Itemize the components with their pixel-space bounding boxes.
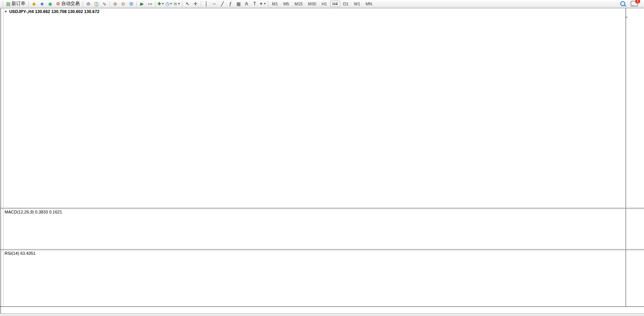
new-order-button-label: 新订单	[11, 0, 25, 7]
fibonacci-icon[interactable]: ƒ	[226, 0, 234, 7]
cursor-icon: ↖	[186, 2, 190, 6]
macd-label: MACD(12,26,9) 0.3833 0.1621	[5, 210, 62, 214]
profiles-icon[interactable]: ◷▼	[165, 0, 173, 7]
signals-icon: ◉	[48, 2, 52, 6]
chart-title: USDJPY-,H4 130.662 130.708 130.602 130.6…	[9, 9, 99, 14]
auto-scroll-icon[interactable]: ▶	[138, 0, 146, 7]
toolbar-separator	[182, 1, 182, 7]
tile-windows-icon: ⊞	[129, 2, 133, 6]
profiles-icon: ◷	[165, 2, 169, 6]
rsi-label: RSI(14) 63.4351	[5, 251, 36, 256]
toolbar-separator	[28, 1, 29, 7]
new-chart-icon: ✚	[157, 2, 161, 6]
new-order-icon: ▤	[6, 1, 10, 7]
chart-shift-icon: ↦	[148, 2, 152, 6]
horizontal-line-icon[interactable]: ─	[210, 0, 218, 7]
signals-icon[interactable]: ◉	[46, 0, 54, 7]
text-icon[interactable]: A	[243, 0, 251, 7]
timeframe-button-M15[interactable]: M15	[292, 1, 305, 7]
timeframe-button-M1[interactable]: M1	[270, 1, 280, 7]
grid-icon[interactable]: ▦	[234, 0, 243, 7]
trendline-icon: ╱	[221, 2, 224, 6]
chevron-down-icon[interactable]: ▼	[4, 10, 7, 13]
auto-scroll-icon: ▶	[140, 2, 144, 6]
bar-chart-icon: ılı	[87, 2, 90, 6]
bar-chart-icon[interactable]: ılı	[84, 0, 92, 7]
shapes-icon: ✦	[259, 2, 263, 6]
toolbar-separator	[268, 1, 268, 7]
candlestick-chart-icon: ◫	[94, 2, 98, 6]
dropdown-arrow-icon[interactable]: ▼	[178, 2, 180, 5]
tile-windows-icon[interactable]: ⊞	[127, 0, 135, 7]
horizontal-line-icon: ─	[213, 2, 216, 6]
chart-title-bar: ▼ USDJPY-,H4 130.662 130.708 130.602 130…	[4, 9, 99, 14]
chat-icon[interactable]: 1	[631, 1, 638, 7]
indicators-icon: ≋	[174, 2, 177, 6]
auto-trading-button[interactable]: ⚙自动交易	[54, 0, 82, 7]
timeframe-button-M30[interactable]: M30	[306, 1, 318, 7]
toolbar: ▤新订单◆☻◉⚙自动交易ılı◫∿⊕⊖⊞▶↦✚▼◷▼≋▼↖✛│─╱ƒ▦AT✦▼M…	[0, 0, 644, 8]
auto-trading-icon: ⚙	[56, 1, 60, 7]
dropdown-arrow-icon[interactable]: ▼	[264, 2, 266, 5]
shapes-icon[interactable]: ✦▼	[259, 0, 267, 7]
crosshair-icon[interactable]: ✛	[192, 0, 200, 7]
zoom-out-icon: ⊖	[121, 2, 125, 6]
zoom-in-icon[interactable]: ⊕	[111, 0, 119, 7]
timeframe-button-H1[interactable]: H1	[319, 1, 329, 7]
toolbar-separator	[136, 1, 137, 7]
toolbar-separator	[201, 1, 201, 7]
cursor-icon[interactable]: ↖	[184, 0, 192, 7]
new-order-button[interactable]: ▤新订单	[4, 0, 27, 7]
chart-canvas[interactable]	[0, 0, 644, 316]
community-icon[interactable]: ☻	[38, 0, 46, 7]
notification-badge: 1	[635, 0, 640, 3]
timeframe-button-D1[interactable]: D1	[341, 1, 351, 7]
candlestick-chart-icon[interactable]: ◫	[92, 0, 100, 7]
text-label-icon[interactable]: T	[251, 0, 259, 7]
crosshair-icon: ✛	[194, 2, 198, 6]
grid-icon: ▦	[236, 2, 241, 6]
dropdown-arrow-icon[interactable]: ▼	[170, 2, 172, 5]
toolbar-separator	[110, 1, 110, 7]
chart-shift-icon[interactable]: ↦	[146, 0, 154, 7]
toolbar-separator	[3, 1, 3, 7]
timeframe-button-W1[interactable]: W1	[352, 1, 363, 7]
timeframe-button-M5[interactable]: M5	[281, 1, 291, 7]
new-chart-icon[interactable]: ✚▼	[157, 0, 165, 7]
search-icon[interactable]	[620, 1, 625, 6]
trendline-icon[interactable]: ╱	[218, 0, 226, 7]
gold-icon[interactable]: ◆	[30, 0, 38, 7]
text-label-icon: T	[253, 2, 256, 6]
zoom-in-icon: ⊕	[113, 2, 117, 6]
mt4-window: ▤新订单◆☻◉⚙自动交易ılı◫∿⊕⊖⊞▶↦✚▼◷▼≋▼↖✛│─╱ƒ▦AT✦▼M…	[0, 0, 644, 316]
vertical-line-icon[interactable]: │	[202, 0, 210, 7]
indicators-icon[interactable]: ≋▼	[173, 0, 181, 7]
timeframe-button-MN[interactable]: MN	[363, 1, 374, 7]
line-chart-icon[interactable]: ∿	[100, 0, 108, 7]
dropdown-arrow-icon[interactable]: ▼	[162, 2, 164, 5]
text-icon: A	[245, 2, 248, 6]
toolbar-separator	[155, 1, 156, 7]
zoom-out-icon[interactable]: ⊖	[119, 0, 127, 7]
fibonacci-icon: ƒ	[229, 2, 232, 6]
vertical-line-icon: │	[205, 2, 208, 6]
line-chart-icon: ∿	[103, 2, 107, 6]
toolbar-separator	[83, 1, 83, 7]
auto-trading-button-label: 自动交易	[61, 0, 80, 7]
timeframe-button-H4[interactable]: H4	[330, 1, 340, 7]
gold-icon: ◆	[32, 2, 36, 6]
community-icon: ☻	[40, 2, 45, 6]
